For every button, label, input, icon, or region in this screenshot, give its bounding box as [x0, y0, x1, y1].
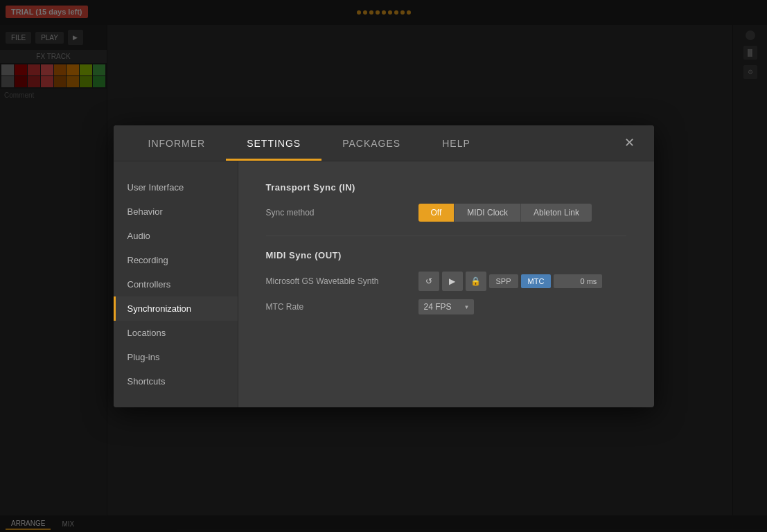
nav-plug-ins[interactable]: Plug-ins: [114, 345, 238, 369]
nav-controllers[interactable]: Controllers: [114, 272, 238, 296]
transport-sync-title: Transport Sync (IN): [266, 182, 626, 193]
nav-locations[interactable]: Locations: [114, 321, 238, 345]
reset-button[interactable]: ↺: [418, 272, 439, 291]
device-name-label: Microsoft GS Wavetable Synth: [266, 276, 418, 286]
midi-sync-title: MIDI Sync (OUT): [266, 250, 626, 260]
mtc-rate-wrapper: 24 FPS 25 FPS 29.97 FPS 30 FPS: [418, 299, 474, 314]
spp-button[interactable]: SPP: [489, 274, 518, 288]
settings-content: Transport Sync (IN) Sync method Off MIDI…: [238, 161, 654, 407]
nav-recording[interactable]: Recording: [114, 248, 238, 272]
modal-sidebar: User Interface Behavior Audio Recording …: [114, 161, 238, 407]
nav-shortcuts[interactable]: Shortcuts: [114, 369, 238, 393]
tab-informer[interactable]: INFORMER: [127, 125, 227, 161]
nav-audio[interactable]: Audio: [114, 224, 238, 248]
mtc-button[interactable]: MTC: [521, 274, 552, 288]
section-divider: [266, 236, 626, 236]
sync-method-row: Sync method Off MIDI Clock Ableton Link: [266, 204, 626, 222]
settings-modal: INFORMER SETTINGS PACKAGES HELP ✕ User I…: [114, 125, 654, 407]
nav-user-interface[interactable]: User Interface: [114, 175, 238, 200]
modal-body: User Interface Behavior Audio Recording …: [114, 161, 654, 407]
nav-behavior[interactable]: Behavior: [114, 200, 238, 224]
sync-midi-clock-button[interactable]: MIDI Clock: [455, 204, 521, 222]
modal-close-button[interactable]: ✕: [619, 132, 640, 153]
mtc-rate-label: MTC Rate: [266, 302, 418, 312]
mtc-rate-row: MTC Rate 24 FPS 25 FPS 29.97 FPS 30 FPS: [266, 299, 626, 314]
sync-off-button[interactable]: Off: [418, 204, 455, 222]
modal-overlay: INFORMER SETTINGS PACKAGES HELP ✕ User I…: [0, 0, 767, 532]
tab-settings[interactable]: SETTINGS: [226, 125, 321, 161]
tab-packages[interactable]: PACKAGES: [321, 125, 421, 161]
lock-button[interactable]: 🔒: [466, 272, 486, 291]
sync-method-label: Sync method: [266, 208, 418, 218]
device-controls: ↺ ▶ 🔒 SPP MTC 0 ms: [418, 272, 603, 291]
tab-help[interactable]: HELP: [421, 125, 491, 161]
midi-device-row: Microsoft GS Wavetable Synth ↺ ▶ 🔒 SPP M…: [266, 272, 626, 291]
sync-ableton-link-button[interactable]: Ableton Link: [521, 204, 592, 222]
offset-value[interactable]: 0 ms: [554, 274, 602, 288]
modal-tab-bar: INFORMER SETTINGS PACKAGES HELP ✕: [114, 125, 654, 161]
sync-method-segmented: Off MIDI Clock Ableton Link: [418, 204, 592, 222]
nav-synchronization[interactable]: Synchronization: [114, 296, 238, 321]
play-transport-button[interactable]: ▶: [442, 272, 463, 291]
mtc-rate-select[interactable]: 24 FPS 25 FPS 29.97 FPS 30 FPS: [418, 299, 474, 314]
